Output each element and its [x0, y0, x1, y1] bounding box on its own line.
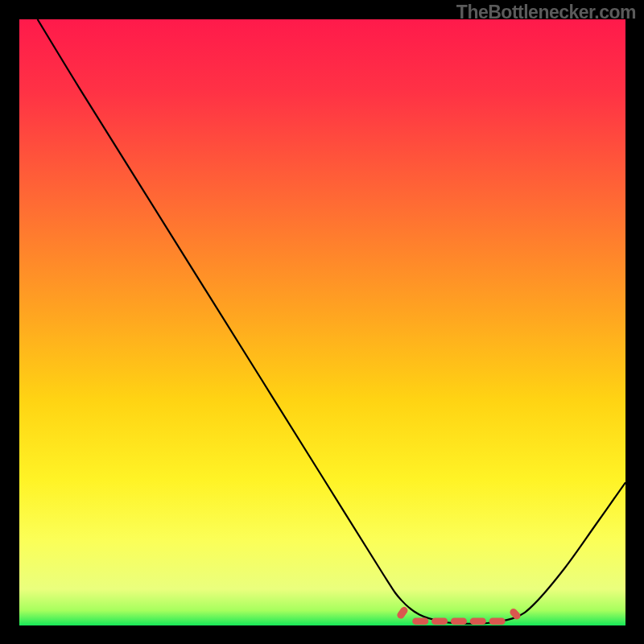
plot-area [19, 19, 625, 625]
flat-region-marker [489, 617, 506, 625]
gradient-background [19, 19, 625, 625]
watermark-text: TheBottlenecker.com [456, 2, 636, 23]
plot-svg [19, 19, 625, 625]
flat-region-marker [431, 617, 448, 625]
flat-region-marker [451, 617, 467, 625]
flat-region-marker [412, 617, 428, 625]
flat-region-marker [470, 617, 486, 625]
chart-frame: TheBottlenecker.com [0, 0, 644, 644]
